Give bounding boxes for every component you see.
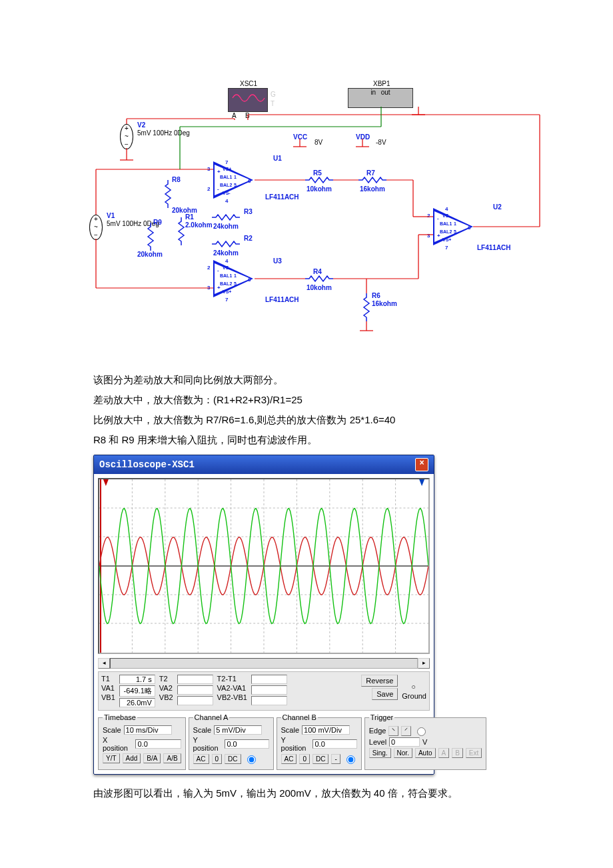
ac-source-v2: +~− — [120, 124, 133, 149]
r2-name: R2 — [244, 235, 253, 242]
u3-pin3: 3 — [207, 284, 210, 291]
v1-name: V1 — [107, 212, 115, 219]
u1-vsp: VS+ — [223, 165, 231, 173]
u3-vsp: VS+ — [223, 288, 231, 295]
scope-scrollbar[interactable]: ◂ ▸ — [98, 658, 430, 669]
trig-ext-button[interactable]: Ext — [466, 748, 482, 758]
cha-dc-button[interactable]: DC — [225, 754, 241, 764]
u1-name: U1 — [273, 155, 282, 162]
dvb-label: VB2-VB1 — [217, 693, 247, 701]
ab-button[interactable]: A/B — [163, 753, 181, 763]
timebase-legend: Timebase — [103, 713, 137, 721]
timebase-xpos-input[interactable]: 0.0 — [135, 739, 181, 749]
add-button[interactable]: Add — [123, 753, 141, 763]
t1-label: T1 — [101, 675, 115, 683]
u2-vsn: VS- — [442, 212, 450, 219]
t2-label: T2 — [159, 675, 173, 683]
cha-color-radio[interactable] — [247, 755, 256, 764]
scroll-right-button[interactable]: ▸ — [418, 658, 430, 669]
oscilloscope-window: Oscilloscope-XSC1 × ◂ ▸ — [93, 455, 434, 775]
edge-label: Edge — [369, 727, 386, 735]
u3-plus: + — [217, 284, 221, 291]
explanation-line2: 差动放大中，放大倍数为：(R1+R2+R3)/R1=25 — [93, 392, 520, 408]
explanation-line3: 比例放大中，放大倍数为 R7/R6=1.6,则总共的放大倍数为 25*1.6=4… — [93, 412, 520, 428]
auto-button[interactable]: Auto — [415, 748, 436, 758]
trig-b-button[interactable]: B — [452, 748, 463, 758]
save-button[interactable]: Save — [372, 688, 398, 700]
dt-value — [251, 675, 287, 684]
yt-button[interactable]: Y/T — [103, 753, 120, 763]
scope-port-a: A — [232, 112, 237, 119]
u1-p1: 1 — [234, 173, 237, 181]
dvb-value — [251, 696, 287, 705]
oscilloscope-titlebar[interactable]: Oscilloscope-XSC1 × — [94, 455, 434, 474]
va2-value — [177, 685, 213, 695]
va1-label: VA1 — [101, 684, 115, 692]
u2-p6: 6 — [468, 224, 470, 231]
u1-p6: 6 — [248, 177, 251, 185]
chb-color-radio[interactable] — [346, 755, 355, 764]
va2-label: VA2 — [159, 684, 173, 692]
u3-bal2: BAL2 — [220, 280, 232, 287]
edge-falling-button[interactable]: ⸍ — [401, 726, 411, 736]
scope-readout: T1 VA1 VB1 1.7 s -649.1略 26.0mV T2 VA2 V… — [98, 671, 430, 711]
cha-ypos-input[interactable]: 0.0 — [225, 739, 269, 749]
trigger-radio[interactable] — [417, 727, 426, 736]
u2-pin3: 3 — [427, 232, 430, 239]
bode-out: out — [381, 89, 390, 96]
u2-pin2: 2 — [427, 212, 430, 219]
u3-vsn: VS- — [223, 264, 231, 271]
u3-p5: 5 — [234, 280, 237, 287]
chb-0-button[interactable]: 0 — [299, 754, 310, 764]
channel-a-group: Channel A Scale 5 mV/Div Y position 0.0 … — [189, 713, 274, 770]
chb-ac-button[interactable]: AC — [281, 754, 297, 764]
r6-name: R6 — [372, 292, 380, 299]
ground-radio[interactable] — [411, 683, 417, 691]
chb-ypos-label: Y position — [281, 736, 310, 752]
cha-ac-button[interactable]: AC — [193, 754, 209, 764]
ground-label: Ground — [402, 692, 426, 700]
r4-val: 10kohm — [306, 284, 332, 291]
r2-val: 24kohm — [213, 249, 239, 257]
chb-scale-input[interactable]: 100 mV/Div — [302, 725, 350, 735]
cha-scale-input[interactable]: 5 mV/Div — [214, 725, 262, 735]
timebase-scale-input[interactable]: 10 ms/Div — [124, 725, 172, 735]
v2-spec: 5mV 100Hz 0Deg — [137, 129, 190, 137]
u3-p6: 6 — [248, 276, 251, 283]
chb-legend: Channel B — [281, 713, 318, 721]
vdd-value: -8V — [376, 139, 386, 146]
explanation-line1: 该图分为差动放大和同向比例放大两部分。 — [93, 372, 520, 388]
chb-ypos-input[interactable]: 0.0 — [312, 739, 356, 749]
trig-a-button[interactable]: A — [438, 748, 450, 758]
scope-control-panel: Timebase Scale 10 ms/Div X position 0.0 … — [98, 713, 430, 770]
scope-port-b: B — [245, 112, 250, 119]
vb2-label: VB2 — [159, 693, 173, 701]
reverse-button[interactable]: Reverse — [361, 675, 398, 687]
close-icon[interactable]: × — [415, 458, 428, 471]
level-input[interactable]: 0 — [389, 737, 420, 747]
chb-dc-button[interactable]: DC — [312, 754, 328, 764]
u2-vsp: VS+ — [442, 236, 451, 243]
r4-name: R4 — [313, 268, 322, 275]
cha-0-button[interactable]: 0 — [212, 754, 223, 764]
scroll-left-button[interactable]: ◂ — [98, 658, 110, 669]
cha-legend: Channel A — [193, 713, 230, 721]
vcc-label: VCC — [293, 133, 307, 141]
sing-button[interactable]: Sing. — [369, 748, 391, 758]
nor-button[interactable]: Nor. — [394, 748, 412, 758]
xbp1-label: XBP1 — [373, 80, 390, 87]
ba-button[interactable]: B/A — [143, 753, 161, 763]
u1-vsn: VS- — [223, 189, 231, 197]
u3-pin2: 2 — [207, 264, 210, 271]
r9-name: R9 — [153, 219, 162, 226]
svg-marker-49 — [103, 479, 109, 486]
u2-plus: + — [437, 232, 440, 239]
timebase-scale-label: Scale — [103, 726, 121, 734]
chb-minus-button[interactable]: - — [331, 754, 340, 764]
r3-name: R3 — [244, 208, 253, 215]
scroll-track[interactable] — [110, 658, 418, 669]
bode-in: in — [370, 89, 376, 96]
edge-rising-button[interactable]: ⸌ — [388, 726, 398, 736]
u3-p7: 7 — [225, 296, 228, 303]
oscilloscope-title: Oscilloscope-XSC1 — [99, 459, 195, 470]
